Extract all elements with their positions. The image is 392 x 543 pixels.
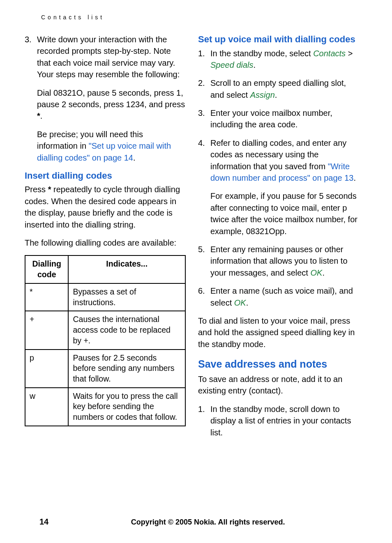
- text-run: Press: [25, 185, 48, 194]
- list-number: 4.: [198, 137, 205, 149]
- body-text: Enter your voice mailbox number, includi…: [210, 107, 359, 131]
- body-text: For example, if you pause for 5 seconds …: [210, 190, 359, 237]
- text-run: .: [246, 298, 249, 307]
- columns: 3. Write down your interaction with the …: [25, 34, 367, 442]
- list-item: 2. Scroll to an empty speed dialling slo…: [198, 77, 359, 101]
- ui-path: Speed dials: [210, 60, 254, 69]
- list-item: 1. In the standby mode, select Contacts …: [198, 48, 359, 71]
- list-item: 4. Refer to dialling codes, and enter an…: [198, 137, 359, 237]
- list-number: 6.: [198, 285, 205, 297]
- list-number: 5.: [198, 244, 205, 255]
- cell-code: +: [25, 311, 68, 349]
- body-text: To dial and listen to your voice mail, p…: [198, 315, 359, 350]
- body-text: Enter any remaining pauses or other info…: [210, 244, 359, 278]
- list-number: 3.: [25, 34, 32, 45]
- footer: 14 Copyright © 2005 Nokia. All rights re…: [25, 517, 367, 527]
- text-run: Enter a name (such as voice mail), and s…: [210, 286, 353, 307]
- body-text: Scroll to an empty speed dialling slot, …: [210, 77, 359, 101]
- body-text: Refer to dialling codes, and enter any c…: [210, 137, 359, 184]
- cell-code: *: [25, 283, 68, 311]
- list-number: 3.: [198, 107, 205, 119]
- ui-path: OK: [310, 268, 322, 277]
- list-item: 3. Write down your interaction with the …: [25, 34, 186, 163]
- text-run: .: [275, 90, 277, 99]
- body-text: Be precise; you will need this informati…: [37, 129, 186, 163]
- list-setup: 1. In the standby mode, select Contacts …: [198, 48, 359, 308]
- text-run: .: [133, 153, 136, 162]
- text-run: .: [40, 111, 43, 120]
- list-number: 1.: [198, 48, 205, 59]
- heading-save-addresses: Save addresses and notes: [198, 358, 359, 370]
- list-save: 1. In the standby mode, scroll down to d…: [198, 403, 359, 438]
- dialling-codes-table: Dialling code Indicates... * Bypasses a …: [25, 255, 186, 426]
- body-text: The following dialling codes are availab…: [25, 237, 186, 248]
- list-number: 2.: [198, 77, 205, 89]
- list-item: 6. Enter a name (such as voice mail), an…: [198, 285, 359, 308]
- text-run: Dial 08321O, pause 5 seconds, press 1, p…: [37, 88, 185, 109]
- table-header-code: Dialling code: [25, 255, 68, 283]
- page-number: 14: [39, 517, 48, 527]
- heading-insert-dialling-codes: Insert dialling codes: [25, 170, 186, 182]
- table-row: w Waits for you to press the call key be…: [25, 388, 185, 426]
- ui-path: Assign: [250, 90, 275, 99]
- page: Contacts list 3. Write down your interac…: [0, 0, 392, 543]
- text-run: Enter any remaining pauses or other info…: [210, 245, 348, 277]
- table-row: p Pauses for 2.5 seconds before sending …: [25, 350, 185, 388]
- body-text: To save an address or note, add it to an…: [198, 373, 359, 397]
- list-left-continued: 3. Write down your interaction with the …: [25, 34, 186, 163]
- cell-desc: Causes the international access code to …: [68, 311, 185, 349]
- table-header-indicates: Indicates...: [68, 255, 185, 283]
- cell-desc: Waits for you to press the call key befo…: [68, 388, 185, 426]
- text-run: >: [346, 49, 353, 58]
- text-run: .: [353, 173, 356, 182]
- cell-desc: Pauses for 2.5 seconds before sending an…: [68, 350, 185, 388]
- text-run: .: [322, 268, 325, 277]
- cell-desc: Bypasses a set of instructions.: [68, 283, 185, 311]
- body-text: Write down your interaction with the rec…: [37, 34, 186, 81]
- left-column: 3. Write down your interaction with the …: [25, 34, 186, 442]
- text-run: Scroll to an empty speed dialling slot, …: [210, 78, 346, 99]
- table-row: * Bypasses a set of instructions.: [25, 283, 185, 311]
- text-run: .: [254, 60, 256, 69]
- body-text: In the standby mode, scroll down to disp…: [210, 403, 359, 438]
- cell-code: p: [25, 350, 68, 388]
- heading-setup-voice-mail: Set up voice mail with dialling codes: [198, 34, 359, 45]
- text-run: Refer to dialling codes, and enter any c…: [210, 138, 346, 171]
- running-head: Contacts list: [41, 14, 367, 21]
- ui-path: Contacts: [313, 49, 346, 58]
- cell-code: w: [25, 388, 68, 426]
- copyright: Copyright © 2005 Nokia. All rights reser…: [48, 518, 367, 527]
- list-item: 5. Enter any remaining pauses or other i…: [198, 244, 359, 278]
- list-item: 1. In the standby mode, scroll down to d…: [198, 403, 359, 438]
- text-run: In the standby mode, select: [210, 49, 313, 58]
- list-item: 3. Enter your voice mailbox number, incl…: [198, 107, 359, 131]
- table-row: + Causes the international access code t…: [25, 311, 185, 349]
- bold-asterisk: *: [37, 111, 40, 120]
- list-number: 1.: [198, 403, 205, 415]
- ui-path: OK: [234, 298, 246, 307]
- body-text: In the standby mode, select Contacts > S…: [210, 48, 359, 71]
- body-text: Enter a name (such as voice mail), and s…: [210, 285, 359, 308]
- table-header-row: Dialling code Indicates...: [25, 255, 185, 283]
- right-column: Set up voice mail with dialling codes 1.…: [198, 34, 359, 442]
- body-text: Dial 08321O, pause 5 seconds, press 1, p…: [37, 87, 186, 122]
- body-text: Press * repeatedly to cycle through dial…: [25, 184, 186, 230]
